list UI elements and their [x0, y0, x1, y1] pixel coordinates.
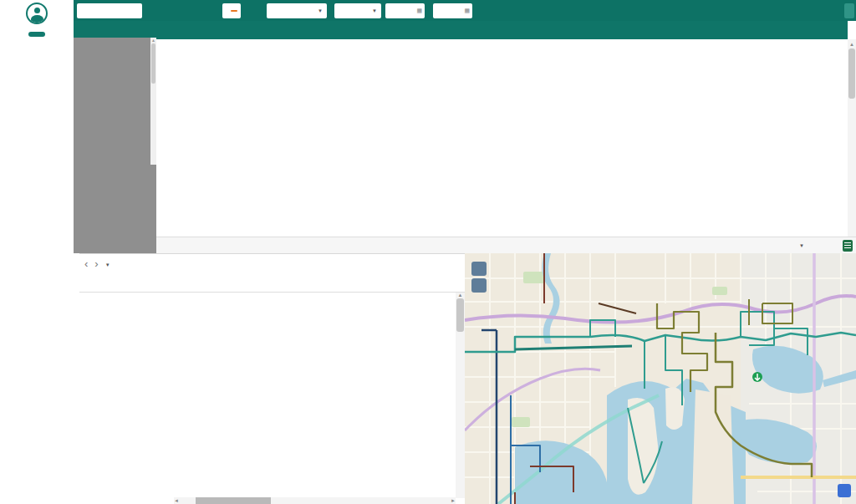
dump-marker [752, 372, 762, 382]
zoom-in-button[interactable] [471, 262, 487, 276]
export-excel-icon[interactable] [843, 240, 853, 252]
jobs-table: ▲▼ ▼ [156, 21, 856, 253]
date-mode-select[interactable]: ▼ [334, 3, 381, 18]
dispatch-app: ▲ ▼ ▼ ▦ ▦ ▲▼ [0, 0, 856, 504]
go-button[interactable] [844, 3, 854, 18]
timeline-vscrollbar[interactable]: ▲ [456, 293, 465, 498]
jobs-table-scrollbar[interactable]: ▲▼ [848, 39, 856, 255]
calendar-icon[interactable]: ▦ [464, 8, 470, 14]
crew-panel: ▲ [74, 21, 156, 253]
chevron-down-icon: ▼ [372, 8, 377, 13]
map-info-button[interactable] [838, 484, 851, 497]
items-per-page-select[interactable]: ▼ [796, 243, 804, 248]
jobs-table-body [156, 39, 848, 237]
routes-map[interactable] [465, 253, 856, 504]
map-canvas [465, 253, 856, 504]
timeline-prev-icon[interactable]: ‹ [84, 258, 88, 269]
timeline-grid [79, 293, 465, 498]
date-to-input[interactable]: ▦ [433, 3, 472, 18]
calendar-icon[interactable]: ▦ [416, 8, 422, 14]
map-zoom-controls [471, 262, 487, 295]
schedule-timeline: ‹ › ▼ ▲ ◄ ► [79, 253, 465, 504]
crew-list-header [74, 21, 156, 38]
chevron-down-icon: ▼ [318, 8, 323, 13]
jobs-table-footer: ▼ [156, 237, 856, 253]
timeline-date-select[interactable]: ▼ [105, 259, 110, 268]
chevron-down-icon: ▼ [105, 262, 110, 267]
jobs-table-header [156, 21, 848, 39]
view-filter-select[interactable]: ▼ [267, 3, 327, 18]
timeline-next-icon[interactable]: › [94, 258, 98, 269]
top-toolbar: ▼ ▼ ▦ ▦ [74, 0, 856, 21]
crew-list-scrollbar[interactable]: ▲ [150, 38, 156, 165]
scroll-right-icon[interactable]: ► [451, 498, 456, 503]
date-from-input[interactable]: ▦ [385, 3, 425, 18]
brand-logo [0, 253, 79, 504]
zoom-out-button[interactable] [471, 278, 487, 293]
user-panel [0, 0, 74, 253]
chevron-down-icon: ▼ [799, 243, 804, 248]
unallocated-count-badge [231, 10, 237, 12]
timeline-hscrollbar[interactable]: ◄ ► [174, 497, 456, 504]
crew-search-input[interactable] [77, 3, 142, 18]
timeline-header: ‹ › ▼ [79, 254, 465, 272]
logout-button[interactable] [28, 32, 45, 37]
timeline-axis [79, 272, 465, 293]
avatar [26, 3, 48, 24]
unallocated-indicator [222, 3, 241, 18]
